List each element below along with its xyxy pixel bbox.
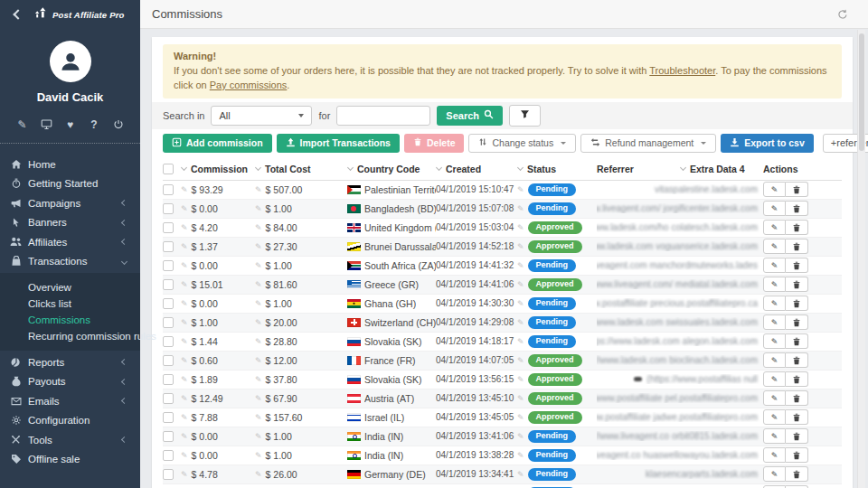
edit-row-button[interactable]: ✎ bbox=[763, 390, 786, 406]
edit-total-cost-icon[interactable]: ✎ bbox=[255, 242, 262, 251]
edit-row-button[interactable]: ✎ bbox=[763, 428, 786, 444]
edit-status-icon[interactable]: ✎ bbox=[517, 337, 524, 346]
edit-total-cost-icon[interactable]: ✎ bbox=[255, 204, 262, 213]
edit-total-cost-icon[interactable]: ✎ bbox=[255, 413, 262, 422]
delete-row-button[interactable] bbox=[786, 296, 808, 311]
edit-total-cost-icon[interactable]: ✎ bbox=[255, 261, 262, 270]
edit-status-icon[interactable]: ✎ bbox=[517, 413, 524, 422]
edit-row-button[interactable]: ✎ bbox=[763, 277, 786, 292]
edit-total-cost-icon[interactable]: ✎ bbox=[255, 185, 262, 194]
row-checkbox[interactable] bbox=[163, 260, 174, 271]
edit-row-button[interactable]: ✎ bbox=[763, 314, 786, 330]
sidebar-subitem-overview[interactable]: Overview bbox=[0, 279, 140, 296]
delete-row-button[interactable] bbox=[786, 428, 808, 444]
edit-status-icon[interactable]: ✎ bbox=[517, 432, 524, 441]
edit-status-icon[interactable]: ✎ bbox=[517, 223, 524, 232]
search-button[interactable]: Search bbox=[437, 106, 503, 126]
delete-row-button[interactable] bbox=[786, 371, 808, 387]
search-in-select[interactable]: All bbox=[211, 106, 312, 126]
edit-total-cost-icon[interactable]: ✎ bbox=[255, 432, 262, 441]
delete-row-button[interactable] bbox=[786, 201, 808, 216]
edit-commission-icon[interactable]: ✎ bbox=[181, 451, 188, 460]
row-checkbox[interactable] bbox=[163, 450, 174, 461]
edit-status-icon[interactable]: ✎ bbox=[517, 318, 524, 327]
delete-row-button[interactable] bbox=[786, 258, 808, 273]
sidebar-item-transactions[interactable]: Transactions bbox=[0, 252, 140, 272]
column-header-commission[interactable]: Commission bbox=[181, 164, 255, 174]
edit-status-icon[interactable]: ✎ bbox=[517, 394, 524, 403]
edit-status-icon[interactable]: ✎ bbox=[517, 451, 524, 460]
edit-row-button[interactable]: ✎ bbox=[763, 371, 786, 387]
delete-row-button[interactable] bbox=[786, 333, 808, 349]
row-checkbox[interactable] bbox=[163, 222, 174, 233]
delete-row-button[interactable] bbox=[786, 239, 808, 254]
edit-status-icon[interactable]: ✎ bbox=[517, 356, 524, 365]
edit-commission-icon[interactable]: ✎ bbox=[181, 261, 188, 270]
row-checkbox[interactable] bbox=[163, 184, 174, 195]
edit-row-button[interactable]: ✎ bbox=[763, 220, 786, 235]
edit-commission-icon[interactable]: ✎ bbox=[181, 204, 188, 213]
delete-row-button[interactable] bbox=[786, 390, 808, 406]
edit-commission-icon[interactable]: ✎ bbox=[181, 394, 188, 403]
edit-total-cost-icon[interactable]: ✎ bbox=[255, 356, 262, 365]
row-checkbox[interactable] bbox=[163, 412, 174, 423]
column-header-status[interactable]: Status bbox=[517, 164, 597, 174]
edit-total-cost-icon[interactable]: ✎ bbox=[255, 451, 262, 460]
edit-row-button[interactable]: ✎ bbox=[763, 466, 786, 482]
sidebar-item-configuration[interactable]: Configuration bbox=[0, 411, 140, 431]
pay-commissions-link[interactable]: Pay commissions bbox=[210, 80, 288, 90]
edit-row-button[interactable]: ✎ bbox=[763, 201, 786, 216]
edit-row-button[interactable]: ✎ bbox=[763, 409, 786, 425]
edit-status-icon[interactable]: ✎ bbox=[517, 261, 524, 270]
row-checkbox[interactable] bbox=[163, 279, 174, 290]
collapse-sidebar-button[interactable] bbox=[13, 9, 23, 19]
refund-management-button[interactable]: Refund management bbox=[580, 134, 716, 153]
select-all-checkbox[interactable] bbox=[163, 164, 174, 174]
logout-power-icon[interactable] bbox=[111, 117, 125, 131]
display-icon[interactable] bbox=[40, 117, 53, 131]
sidebar-item-banners[interactable]: Banners bbox=[0, 213, 140, 233]
sidebar-item-reports[interactable]: Reports bbox=[0, 352, 140, 372]
row-checkbox[interactable] bbox=[163, 393, 174, 404]
column-header-total-cost[interactable]: Total Cost bbox=[255, 164, 347, 174]
row-checkbox[interactable] bbox=[163, 298, 174, 309]
edit-commission-icon[interactable]: ✎ bbox=[181, 223, 188, 232]
export-csv-button[interactable]: Export to csv bbox=[721, 134, 814, 153]
edit-commission-icon[interactable]: ✎ bbox=[181, 337, 188, 346]
delete-row-button[interactable] bbox=[786, 409, 808, 425]
delete-row-button[interactable] bbox=[786, 447, 808, 463]
avatar[interactable] bbox=[50, 41, 91, 82]
sidebar-item-tools[interactable]: Tools bbox=[0, 430, 140, 450]
delete-row-button[interactable] bbox=[786, 352, 808, 368]
row-checkbox[interactable] bbox=[163, 203, 174, 214]
column-header-extra-data-4[interactable]: Extra Data 4 bbox=[680, 164, 763, 174]
search-input[interactable] bbox=[336, 106, 430, 126]
edit-row-button[interactable]: ✎ bbox=[763, 333, 786, 349]
sidebar-item-emails[interactable]: Emails bbox=[0, 391, 140, 411]
change-status-button[interactable]: Change status bbox=[468, 134, 576, 153]
row-checkbox[interactable] bbox=[163, 431, 174, 442]
delete-row-button[interactable] bbox=[786, 182, 808, 197]
edit-commission-icon[interactable]: ✎ bbox=[181, 185, 188, 194]
edit-commission-icon[interactable]: ✎ bbox=[181, 356, 188, 365]
edit-total-cost-icon[interactable]: ✎ bbox=[255, 394, 262, 403]
sidebar-subitem-commissions[interactable]: Commissions bbox=[0, 312, 140, 328]
delete-row-button[interactable] bbox=[786, 466, 808, 482]
edit-total-cost-icon[interactable]: ✎ bbox=[255, 318, 262, 327]
vertical-scrollbar[interactable] bbox=[857, 30, 865, 488]
edit-status-icon[interactable]: ✎ bbox=[517, 185, 524, 194]
edit-row-button[interactable]: ✎ bbox=[763, 239, 786, 254]
column-header-created[interactable]: Created bbox=[436, 164, 517, 174]
edit-commission-icon[interactable]: ✎ bbox=[181, 280, 188, 289]
edit-row-button[interactable]: ✎ bbox=[763, 182, 786, 197]
edit-profile-icon[interactable]: ✎ bbox=[15, 117, 29, 131]
row-checkbox[interactable] bbox=[163, 241, 174, 252]
edit-total-cost-icon[interactable]: ✎ bbox=[255, 223, 262, 232]
edit-total-cost-icon[interactable]: ✎ bbox=[255, 470, 262, 479]
edit-commission-icon[interactable]: ✎ bbox=[181, 375, 188, 384]
edit-row-button[interactable]: ✎ bbox=[763, 258, 786, 273]
row-checkbox[interactable] bbox=[163, 469, 174, 480]
delete-row-button[interactable] bbox=[786, 220, 808, 235]
delete-button[interactable]: Delete bbox=[404, 134, 465, 153]
edit-total-cost-icon[interactable]: ✎ bbox=[255, 375, 262, 384]
